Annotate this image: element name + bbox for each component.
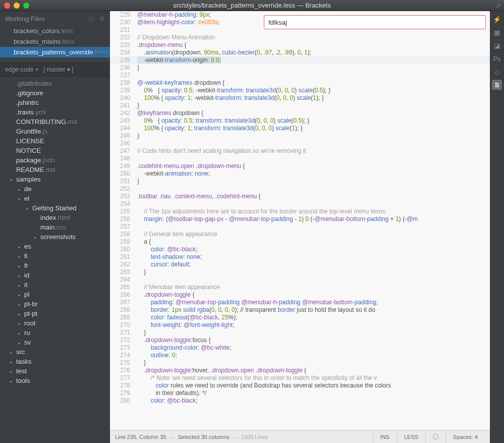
tree-item[interactable]: ▸it [0, 280, 110, 290]
code-line[interactable]: 275 } [110, 359, 490, 367]
code-line[interactable]: 245} [110, 132, 490, 140]
tree-item[interactable]: NOTICE [0, 146, 110, 155]
code-line[interactable]: 267 padding: @menubar-top-padding @menub… [110, 299, 490, 306]
code-line[interactable]: 276 .dropdown-toggle:hover, .dropdown.op… [110, 367, 490, 374]
code-line[interactable]: 273 background-color: @bc-white; [110, 344, 490, 352]
tree-item[interactable]: main.css [0, 223, 110, 232]
project-branch[interactable]: [ master ▾ ] [43, 66, 73, 73]
code-line[interactable]: 261 text-shadow: none; [110, 253, 490, 261]
minimize-window-icon[interactable] [14, 3, 20, 9]
tree-item[interactable]: ▸tools [0, 376, 110, 385]
tree-item[interactable]: ▸de [0, 184, 110, 194]
code-line[interactable]: 240 100% { opacity: 1; -webkit-transform… [110, 94, 490, 102]
code-line[interactable]: 250 -webkit-animation: none; [110, 170, 490, 178]
tree-item[interactable]: package.json [0, 155, 110, 165]
tree-item[interactable]: ▾Getting Started [0, 203, 110, 213]
code-line[interactable]: 278 color rules we need to override (and… [110, 382, 490, 390]
code-line[interactable]: 268 border: 1px solid rgba(0, 0, 0, 0); … [110, 306, 490, 314]
code-line[interactable]: 249.codehint-menu.open .dropdown-menu { [110, 162, 490, 170]
search-input[interactable] [264, 15, 486, 29]
tree-item[interactable]: ▸pl [0, 290, 110, 299]
project-name[interactable]: edge-code [5, 66, 38, 73]
tree-item[interactable]: .jshintrc [0, 98, 110, 107]
code-line[interactable]: 241} [110, 102, 490, 109]
tree-item[interactable]: ▸root [0, 318, 110, 328]
code-line[interactable]: 271 } [110, 329, 490, 337]
code-line[interactable]: 244 100% { opacity: 1; transform: transl… [110, 125, 490, 132]
code-line[interactable]: 248 [110, 155, 490, 162]
tree-item[interactable]: CONTRIBUTING.md [0, 117, 110, 127]
code-line[interactable]: 234 .animation(dropdown, 90ms, cubic-bez… [110, 49, 490, 57]
diamond-icon[interactable]: ◇ [492, 67, 502, 77]
code-line[interactable]: 279 in their defaults). */ [110, 390, 490, 397]
tree-item[interactable]: README.md [0, 165, 110, 175]
tree-item[interactable]: ▸test [0, 366, 110, 376]
status-ins[interactable]: INS [373, 430, 397, 444]
tree-item[interactable]: ▸es [0, 242, 110, 251]
tree-item[interactable]: ▸fr [0, 261, 110, 270]
working-file-item[interactable]: brackets_colors.less [0, 26, 110, 36]
status-lang[interactable]: LESS [397, 430, 425, 444]
code-line[interactable]: 237 [110, 72, 490, 79]
code-line[interactable]: 239 0% { opacity: 0.5; -webkit-transform… [110, 87, 490, 94]
code-line[interactable]: 242@keyframes dropdown { [110, 109, 490, 117]
close-window-icon[interactable] [4, 3, 10, 9]
tree-item[interactable]: ▸ru [0, 328, 110, 338]
code-line[interactable]: 253.toolbar .nav, .context-menu, .codehi… [110, 193, 490, 200]
zoom-window-icon[interactable] [23, 3, 29, 9]
code-line[interactable]: 258 // General item appearance [110, 231, 490, 238]
code-line[interactable]: 272 .dropdown-toggle:focus { [110, 337, 490, 344]
code-line[interactable]: 266 .dropdown-toggle { [110, 291, 490, 299]
working-file-item[interactable]: brackets_mixins.less [0, 36, 110, 47]
tree-item[interactable]: ▾el [0, 194, 110, 203]
tree-item[interactable]: index.html [0, 213, 110, 223]
code-line[interactable]: 247// Code hints don't need scaling navi… [110, 147, 490, 155]
code-line[interactable]: 252 [110, 185, 490, 193]
code-line[interactable]: 263 } [110, 268, 490, 276]
code-line[interactable]: 259 a { [110, 238, 490, 246]
extension-icon[interactable]: ▦ [492, 27, 502, 37]
code-line[interactable]: 264 [110, 276, 490, 284]
code-line[interactable]: 232// Dropdown Menu Animation [110, 34, 490, 41]
code-line[interactable]: 256 margin: (@toolbar-top-gap-px - @menu… [110, 215, 490, 223]
project-header[interactable]: edge-code [ master ▾ ] [0, 63, 110, 77]
tree-item[interactable]: .travis.yml [0, 107, 110, 117]
tree-item[interactable]: .gitignore [0, 88, 110, 98]
code-line[interactable]: 270 font-weight: @font-weight-light; [110, 321, 490, 329]
code-line[interactable]: 233.dropdown-menu { [110, 41, 490, 49]
live-preview-icon[interactable]: ⚡ [492, 14, 502, 24]
tree-item[interactable]: LICENSE [0, 136, 110, 146]
status-spaces[interactable]: Spaces: 4 [445, 430, 485, 444]
code-line[interactable]: 254 [110, 200, 490, 208]
code-line[interactable]: 235 -webkit-transform-origin: 0 0; [110, 57, 490, 64]
tree-item[interactable]: ▸id [0, 270, 110, 280]
panel-icon[interactable]: ◪ [492, 40, 502, 50]
code-line[interactable]: 265 // Menubar item appearance [110, 284, 490, 291]
code-line[interactable]: 243 0% { opacity: 0.5; transform: transl… [110, 117, 490, 125]
working-files-gear-icon[interactable]: ⚙ [99, 15, 105, 23]
working-files-target-icon[interactable]: ◎ [88, 15, 94, 23]
photoshop-icon[interactable]: Ps [492, 53, 502, 64]
tree-item[interactable]: .gitattributes [0, 79, 110, 88]
code-line[interactable]: 238@-webkit-keyframes dropdown { [110, 79, 490, 87]
code-line[interactable]: 251} [110, 178, 490, 185]
tree-item[interactable]: ▸fi [0, 251, 110, 261]
code-line[interactable]: 246 [110, 140, 490, 147]
tree-item[interactable]: ▸sv [0, 338, 110, 347]
tree-item[interactable]: ▸tasks [0, 357, 110, 366]
tree-item[interactable]: ▸pt-br [0, 299, 110, 309]
tree-item[interactable]: ▸pt-pt [0, 309, 110, 318]
code-line[interactable]: 280 color: @bc-black; [110, 397, 490, 405]
code-line[interactable]: 236} [110, 64, 490, 72]
code-line[interactable]: 257 [110, 223, 490, 231]
code-line[interactable]: 262 cursor: default; [110, 261, 490, 268]
s-icon[interactable]: S [492, 80, 502, 90]
tree-item[interactable]: Gruntfile.js [0, 127, 110, 136]
code-line[interactable]: 274 outline: 0; [110, 352, 490, 359]
tree-item[interactable]: ▸screenshots [0, 232, 110, 242]
tree-item[interactable]: ▾samples [0, 175, 110, 184]
fullscreen-icon[interactable]: ⤢ [496, 2, 501, 9]
tree-item[interactable]: ▸src [0, 347, 110, 357]
code-line[interactable]: 269 color: fadeout(@bc-black, 25%); [110, 314, 490, 321]
code-area[interactable]: 229@menubar-h-padding: 9px;230@item-high… [110, 11, 490, 430]
